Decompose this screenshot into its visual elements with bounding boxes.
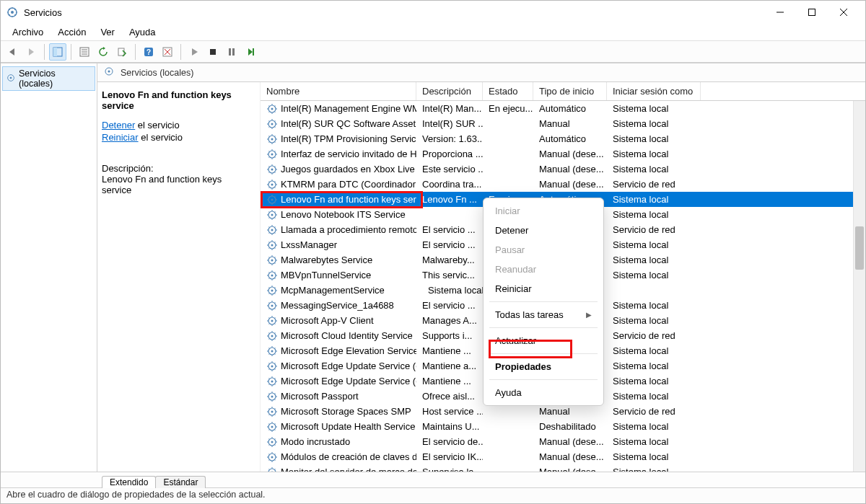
cell-logon: Sistema local (607, 162, 701, 177)
svg-rect-7 (53, 48, 57, 56)
delete-button[interactable] (159, 43, 176, 61)
restart-link[interactable]: Reiniciar (102, 132, 139, 143)
menu-archivo[interactable]: Archivo (5, 25, 51, 39)
ctx-actualizar[interactable]: Actualizar (484, 331, 603, 350)
cell-estado (483, 449, 533, 464)
svg-text:?: ? (146, 48, 151, 56)
col-tipoinicio[interactable]: Tipo de inicio (533, 82, 607, 100)
cell-desc: Intel(R) Man... (416, 101, 483, 116)
cell-nombre: Microsoft Cloud Identity Service (261, 328, 416, 343)
svg-point-63 (271, 380, 274, 382)
services-icon (6, 6, 18, 18)
menu-ver[interactable]: Ver (93, 25, 122, 39)
cell-desc: Maintains U... (416, 419, 483, 434)
cell-nombre: McpManagementService (261, 283, 416, 298)
ctx-ayuda[interactable]: Ayuda (484, 383, 603, 402)
cell-logon: Sistema local (607, 373, 701, 389)
restart-service-button[interactable] (242, 43, 259, 61)
cell-nombre: Lenovo Notebook ITS Service (261, 207, 416, 222)
table-row[interactable]: Módulos de creación de claves de I...El … (261, 449, 865, 464)
cell-nombre: Intel(R) TPM Provisioning Service (261, 131, 416, 146)
tab-extendido[interactable]: Extendido (102, 476, 156, 488)
cell-desc: Mantiene a... (416, 358, 483, 373)
cell-desc: Mantiene ... (416, 373, 483, 389)
table-row[interactable]: Monitor del servidor de marco de l...Sup… (261, 464, 865, 472)
svg-point-31 (271, 138, 274, 140)
services-icon (6, 73, 16, 85)
table-row[interactable]: Modo incrustadoEl servicio de...Manual (… (261, 434, 865, 449)
cell-nombre: Lenovo Fn and function keys service (261, 192, 416, 207)
menu-ayuda[interactable]: Ayuda (122, 25, 163, 39)
cell-logon: Sistema local (607, 434, 701, 449)
table-row[interactable]: Microsoft Storage Spaces SMPHost service… (261, 404, 865, 419)
stop-service-button[interactable] (204, 43, 222, 61)
cell-desc: El servicio ... (416, 237, 483, 252)
ctx-todas-las-tareas[interactable]: Todas las tareas▶ (484, 305, 603, 324)
ctx-reiniciar[interactable]: Reiniciar (484, 279, 603, 299)
cell-tipoinicio: Manual (dese... (533, 449, 607, 464)
export-button[interactable] (113, 43, 131, 61)
selected-service-name: Lenovo Fn and function keys service (102, 89, 253, 111)
start-service-button[interactable] (185, 43, 203, 61)
cell-logon: Servicio de red (607, 328, 701, 343)
forward-button[interactable] (22, 43, 40, 61)
menu-separator (489, 327, 598, 328)
col-logon[interactable]: Iniciar sesión como (607, 82, 701, 100)
back-button[interactable] (4, 43, 21, 61)
titlebar: Servicios (1, 1, 865, 24)
cell-nombre: Modo incrustado (261, 434, 416, 449)
col-estado[interactable]: Estado (483, 82, 533, 100)
table-row[interactable]: Intel(R) SUR QC Software Asset Ma...Inte… (261, 116, 865, 131)
cell-logon: Sistema local (607, 358, 701, 373)
ctx-iniciar: Iniciar (484, 201, 603, 221)
cell-tipoinicio: Manual (533, 404, 607, 419)
svg-point-29 (271, 123, 274, 125)
svg-point-35 (271, 168, 274, 170)
ctx-detener[interactable]: Detener (484, 221, 603, 240)
table-row[interactable]: Interfaz de servicio invitado de Hy...Pr… (261, 146, 865, 162)
svg-point-51 (271, 289, 274, 291)
stop-link[interactable]: Detener (102, 120, 135, 131)
col-descripcion[interactable]: Descripción (416, 82, 483, 100)
menu-separator (489, 301, 598, 302)
cell-logon: Sistema local (607, 419, 701, 434)
cell-logon: Sistema local (607, 464, 701, 472)
cell-tipoinicio: Automático (533, 101, 607, 116)
tab-estandar[interactable]: Estándar (155, 476, 206, 488)
menu-accion[interactable]: Acción (51, 25, 93, 39)
cell-desc: Host service ... (416, 404, 483, 419)
service-list[interactable]: Nombre Descripción Estado Tipo de inicio… (261, 82, 865, 472)
svg-point-53 (271, 304, 274, 306)
scrollbar[interactable] (853, 82, 865, 472)
svg-point-25 (108, 71, 110, 73)
cell-desc (416, 207, 483, 222)
table-row[interactable]: Juegos guardados en Xbox LiveEste servic… (261, 162, 865, 177)
cell-nombre: Microsoft Edge Update Service (ed... (261, 373, 416, 389)
cell-logon: Servicio de red (607, 222, 701, 237)
table-row[interactable]: Intel(R) TPM Provisioning ServiceVersion… (261, 131, 865, 146)
cell-logon: Sistema local (607, 313, 701, 328)
table-row[interactable]: KTMRM para DTC (Coordinador d...Coordina… (261, 177, 865, 192)
close-button[interactable] (828, 1, 860, 24)
ctx-propiedades[interactable]: Propiedades (484, 357, 603, 376)
table-row[interactable]: Intel(R) Management Engine WMI ...Intel(… (261, 101, 865, 116)
properties-button[interactable] (76, 43, 93, 61)
cell-estado (483, 434, 533, 449)
table-row[interactable]: Microsoft Update Health ServiceMaintains… (261, 419, 865, 434)
show-hide-tree-button[interactable] (49, 43, 66, 61)
svg-point-55 (271, 319, 274, 322)
svg-point-57 (271, 335, 274, 337)
cell-desc: El servicio ... (416, 222, 483, 237)
cell-nombre: Microsoft Passport (261, 389, 416, 404)
tree-pane[interactable]: Servicios (locales) (1, 63, 97, 472)
refresh-button[interactable] (95, 43, 112, 61)
tree-root[interactable]: Servicios (locales) (2, 66, 95, 91)
cell-logon: Sistema local (607, 343, 701, 358)
maximize-button[interactable] (796, 1, 828, 24)
cell-nombre: Microsoft App-V Client (261, 313, 416, 328)
cell-logon: Sistema local (607, 298, 701, 313)
minimize-button[interactable] (764, 1, 796, 24)
pause-service-button[interactable] (223, 43, 240, 61)
col-nombre[interactable]: Nombre (261, 82, 416, 100)
help-button[interactable]: ? (140, 43, 157, 61)
